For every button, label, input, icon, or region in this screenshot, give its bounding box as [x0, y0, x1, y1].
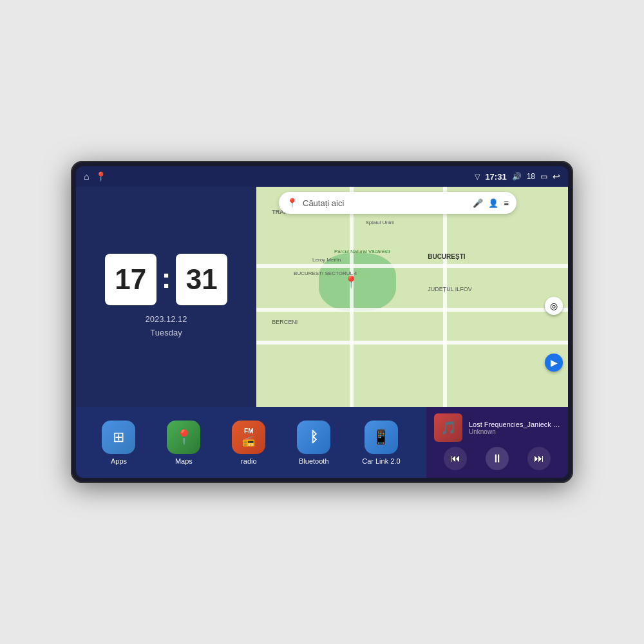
clock-minute: 31: [176, 254, 227, 305]
mic-icon[interactable]: 🎤: [473, 198, 483, 208]
map-pin-main: 📍: [344, 275, 358, 289]
clock-display: 17 : 31: [105, 254, 228, 305]
status-bar: ⌂ 📍 ▽ 17:31 🔊 18 ▭ ↩: [76, 166, 568, 187]
account-icon[interactable]: 👤: [488, 198, 498, 208]
map-container[interactable]: TRAPEZULUI BUCUREȘTI JUDEȚUL ILFOV BERCE…: [256, 187, 568, 407]
home-icon[interactable]: ⌂: [84, 171, 89, 182]
left-panel: 17 : 31 2023.12.12 Tuesday: [76, 187, 256, 407]
map-background: TRAPEZULUI BUCUREȘTI JUDEȚUL ILFOV BERCE…: [256, 187, 568, 407]
apps-section: ⊞ Apps 📍 Maps FM 📻 radio: [76, 407, 426, 478]
radio-icon: FM 📻: [232, 421, 265, 454]
map-search-bar[interactable]: 📍 Căutați aici 🎤 👤 ≡: [279, 192, 516, 214]
radio-label: radio: [241, 457, 256, 465]
car-head-unit: ⌂ 📍 ▽ 17:31 🔊 18 ▭ ↩ 17 : 31: [71, 161, 573, 483]
road-h2: [256, 308, 568, 312]
day-value: Tuesday: [145, 327, 187, 340]
screen: ⌂ 📍 ▽ 17:31 🔊 18 ▭ ↩ 17 : 31: [76, 166, 568, 478]
map-label-leroy: Leroy Merlin: [312, 257, 341, 263]
more-icon[interactable]: ≡: [504, 198, 509, 208]
road-v2: [443, 187, 447, 407]
app-item-carlink[interactable]: 📱 Car Link 2.0: [362, 421, 400, 465]
next-button[interactable]: ⏭: [527, 447, 551, 470]
app-item-bluetooth[interactable]: ᛒ Bluetooth: [297, 421, 330, 465]
back-icon[interactable]: ↩: [553, 171, 560, 182]
music-controls: ⏮ ⏸ ⏭: [434, 447, 560, 470]
music-title: Lost Frequencies_Janieck Devy-...: [469, 421, 560, 428]
status-left-icons: ⌂ 📍: [84, 171, 106, 182]
carlink-icon: 📱: [365, 421, 398, 454]
clock-colon: :: [162, 262, 171, 294]
volume-icon: 🔊: [512, 172, 522, 181]
music-player: 🎵 Lost Frequencies_Janieck Devy-... Unkn…: [426, 407, 568, 478]
map-label-bucuresti: BUCUREȘTI: [428, 253, 465, 260]
maps-app-icon: 📍: [167, 421, 200, 454]
map-label-ilfov: JUDEȚUL ILFOV: [428, 286, 472, 292]
main-content: 17 : 31 2023.12.12 Tuesday: [76, 187, 568, 407]
road-h3: [256, 341, 568, 345]
map-label-parc: Parcul Natural Văcărești: [334, 249, 390, 254]
battery-icon: ▭: [540, 172, 547, 181]
map-label-splai: Splaiul Unirii: [365, 220, 393, 225]
music-info: 🎵 Lost Frequencies_Janieck Devy-... Unkn…: [434, 413, 560, 442]
app-item-maps[interactable]: 📍 Maps: [167, 421, 200, 465]
music-details: Lost Frequencies_Janieck Devy-... Unknow…: [469, 421, 560, 435]
prev-button[interactable]: ⏮: [444, 447, 467, 470]
maps-label: Maps: [175, 457, 193, 465]
bluetooth-icon: ᛒ: [297, 421, 330, 454]
navigate-button[interactable]: ▶: [545, 354, 563, 372]
maps-icon[interactable]: 📍: [95, 171, 106, 182]
road-h1: [256, 264, 568, 268]
bluetooth-label: Bluetooth: [299, 457, 328, 465]
search-placeholder-text: Căutați aici: [303, 198, 468, 208]
status-time: 17:31: [485, 172, 506, 182]
apps-label: Apps: [111, 457, 127, 465]
play-pause-button[interactable]: ⏸: [486, 447, 509, 470]
bottom-panel: ⊞ Apps 📍 Maps FM 📻 radio: [76, 407, 568, 478]
map-panel: TRAPEZULUI BUCUREȘTI JUDEȚUL ILFOV BERCE…: [256, 187, 568, 407]
compass-button[interactable]: ◎: [545, 297, 563, 315]
album-art: 🎵: [434, 413, 462, 442]
road-v1: [350, 187, 354, 407]
battery-level: 18: [527, 172, 535, 181]
status-right-info: ▽ 17:31 🔊 18 ▭ ↩: [475, 171, 560, 182]
date-value: 2023.12.12: [145, 313, 187, 327]
date-display: 2023.12.12 Tuesday: [145, 313, 187, 340]
map-label-berceni: BERCENI: [272, 319, 298, 325]
apps-icon: ⊞: [102, 421, 135, 454]
music-artist: Unknown: [469, 428, 560, 435]
app-item-radio[interactable]: FM 📻 radio: [232, 421, 265, 465]
clock-hour: 17: [105, 254, 156, 305]
carlink-label: Car Link 2.0: [362, 457, 400, 465]
signal-icon: ▽: [475, 173, 480, 181]
maps-logo-icon: 📍: [287, 198, 298, 208]
app-item-apps[interactable]: ⊞ Apps: [102, 421, 135, 465]
